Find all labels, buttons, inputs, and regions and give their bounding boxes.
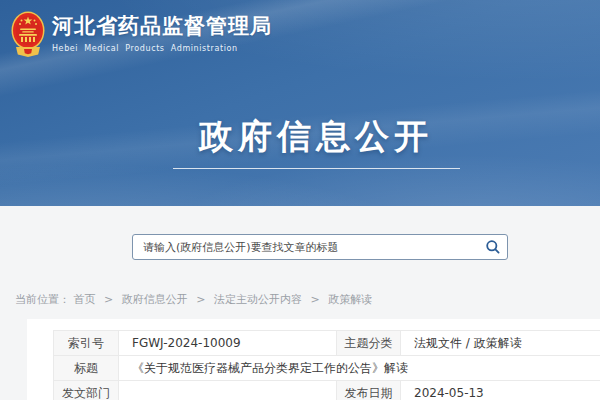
- banner-underline: [173, 168, 460, 169]
- page-title: 政府信息公开: [163, 116, 469, 156]
- breadcrumb-prefix: 当前位置：: [15, 293, 70, 306]
- title-label: 标题: [54, 356, 119, 381]
- topic-category-value: 法规文件 / 政策解读: [401, 331, 600, 356]
- breadcrumb-link-home[interactable]: 首页: [74, 293, 96, 306]
- browser-page: 河北省药品监督管理局 Hebei Medical Products Admini…: [0, 0, 600, 400]
- search-input[interactable]: [133, 235, 479, 259]
- breadcrumb-link-statutory-disclosure[interactable]: 法定主动公开内容: [214, 293, 302, 306]
- agency-name: 河北省药品监督管理局: [52, 13, 272, 40]
- china-national-emblem-icon: [11, 11, 45, 57]
- agency-name-en: Hebei Medical Products Administration: [52, 43, 272, 55]
- breadcrumb-separator: >: [104, 293, 113, 306]
- search-bar: [132, 234, 508, 260]
- breadcrumb-separator: >: [310, 293, 319, 306]
- topic-category-label: 主题分类: [337, 331, 401, 356]
- table-row: 发文部门 发布日期 2024-05-13: [54, 381, 600, 400]
- site-logo[interactable]: 河北省药品监督管理局 Hebei Medical Products Admini…: [11, 11, 272, 57]
- issuing-dept-label: 发文部门: [54, 381, 119, 400]
- site-header: 河北省药品监督管理局 Hebei Medical Products Admini…: [0, 0, 600, 206]
- search-icon: [485, 239, 501, 255]
- breadcrumb-separator: >: [196, 293, 205, 306]
- breadcrumb-link-gov-info[interactable]: 政府信息公开: [122, 293, 188, 306]
- table-row: 标题 《关于规范医疗器械产品分类界定工作的公告》解读: [54, 356, 600, 381]
- breadcrumb: 当前位置： 首页 > 政府信息公开 > 法定主动公开内容 > 政策解读: [15, 292, 372, 307]
- index-number-value: FGWJ-2024-10009: [119, 331, 337, 356]
- publish-date-label: 发布日期: [337, 381, 401, 400]
- title-value: 《关于规范医疗器械产品分类界定工作的公告》解读: [119, 356, 600, 381]
- document-detail-card: 索引号 FGWJ-2024-10009 主题分类 法规文件 / 政策解读 标题 …: [27, 319, 600, 400]
- issuing-dept-value: [119, 381, 337, 400]
- page-content: 当前位置： 首页 > 政府信息公开 > 法定主动公开内容 > 政策解读 索引号 …: [0, 206, 600, 400]
- search-button[interactable]: [479, 235, 507, 259]
- document-detail-table: 索引号 FGWJ-2024-10009 主题分类 法规文件 / 政策解读 标题 …: [53, 330, 600, 400]
- index-number-label: 索引号: [54, 331, 119, 356]
- table-row: 索引号 FGWJ-2024-10009 主题分类 法规文件 / 政策解读: [54, 331, 600, 356]
- breadcrumb-link-policy-interpretation[interactable]: 政策解读: [328, 293, 372, 306]
- publish-date-value: 2024-05-13: [401, 381, 600, 400]
